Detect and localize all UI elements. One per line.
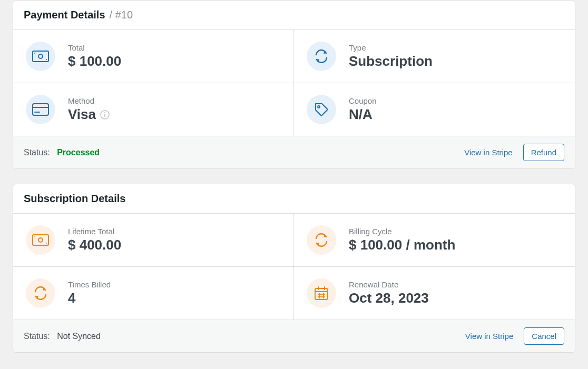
info-icon[interactable] — [100, 110, 110, 119]
subscription-grid: Lifetime Total $ 400.00 Billing Cycle $ … — [13, 214, 575, 320]
times-billed-cell: Times Billed 4 — [13, 267, 294, 320]
payment-status-label: Status: — [24, 148, 50, 157]
subscription-title: Subscription Details — [24, 193, 125, 205]
method-value: Visa — [68, 106, 110, 123]
payment-footer: Status: Processed View in Stripe Refund — [13, 136, 575, 168]
svg-rect-2 — [33, 104, 48, 115]
lifetime-value: $ 400.00 — [68, 237, 121, 253]
recurring-icon — [307, 42, 336, 71]
subscription-status-value: Not Synced — [57, 332, 101, 341]
svg-point-10 — [38, 238, 43, 242]
renewal-label: Renewal Date — [349, 280, 429, 289]
times-value: 4 — [68, 290, 111, 306]
total-label: Total — [68, 43, 121, 52]
recurring-icon — [26, 278, 55, 308]
svg-rect-7 — [104, 112, 105, 113]
coupon-value: N/A — [349, 106, 377, 123]
view-in-stripe-link[interactable]: View in Stripe — [465, 332, 513, 341]
refund-button[interactable]: Refund — [523, 144, 564, 161]
type-value: Subscription — [349, 53, 433, 69]
payment-title: Payment Details — [24, 9, 105, 21]
svg-rect-0 — [33, 51, 48, 62]
payment-status: Status: Processed — [24, 148, 100, 157]
payment-details-card: Payment Details / #10 Total $ 100.00 — [13, 0, 575, 169]
coupon-label: Coupon — [349, 96, 377, 105]
payment-total-cell: Total $ 100.00 — [13, 30, 294, 83]
lifetime-total-cell: Lifetime Total $ 400.00 — [13, 214, 294, 267]
billing-cycle-cell: Billing Cycle $ 100.00 / month — [294, 214, 575, 267]
type-label: Type — [349, 43, 433, 52]
payment-coupon-cell: Coupon N/A — [294, 83, 575, 136]
subscription-card-header: Subscription Details — [13, 184, 575, 214]
total-value: $ 100.00 — [68, 53, 121, 69]
payment-id: / #10 — [110, 9, 133, 21]
money-icon — [26, 225, 55, 255]
payment-method-cell: Method Visa — [13, 83, 294, 136]
renewal-value: Oct 28, 2023 — [349, 290, 429, 306]
recurring-icon — [307, 225, 336, 255]
tag-icon — [307, 95, 336, 124]
subscription-status: Status: Not Synced — [24, 332, 101, 341]
times-label: Times Billed — [68, 280, 111, 289]
subscription-details-card: Subscription Details Lifetime Total $ 40… — [13, 184, 575, 353]
subscription-footer: Status: Not Synced View in Stripe Cancel — [13, 320, 575, 352]
cancel-button[interactable]: Cancel — [524, 327, 564, 345]
svg-rect-6 — [104, 114, 105, 117]
subscription-footer-actions: View in Stripe Cancel — [465, 327, 564, 345]
payment-card-header: Payment Details / #10 — [13, 1, 575, 30]
view-in-stripe-link[interactable]: View in Stripe — [464, 148, 512, 157]
calendar-icon — [307, 278, 336, 308]
method-label: Method — [68, 96, 110, 105]
cycle-label: Billing Cycle — [349, 227, 455, 236]
card-icon — [26, 95, 55, 124]
payment-status-value: Processed — [57, 148, 100, 157]
svg-point-1 — [38, 54, 43, 58]
method-value-text: Visa — [68, 106, 96, 123]
money-icon — [26, 42, 55, 71]
svg-point-8 — [318, 106, 320, 108]
subscription-status-label: Status: — [24, 332, 50, 341]
payment-footer-actions: View in Stripe Refund — [464, 144, 564, 161]
svg-rect-9 — [33, 235, 48, 245]
renewal-date-cell: Renewal Date Oct 28, 2023 — [294, 267, 575, 320]
lifetime-label: Lifetime Total — [68, 227, 121, 236]
cycle-value: $ 100.00 / month — [349, 237, 455, 253]
payment-type-cell: Type Subscription — [294, 30, 575, 83]
payment-grid: Total $ 100.00 Type Subscription — [13, 30, 575, 136]
